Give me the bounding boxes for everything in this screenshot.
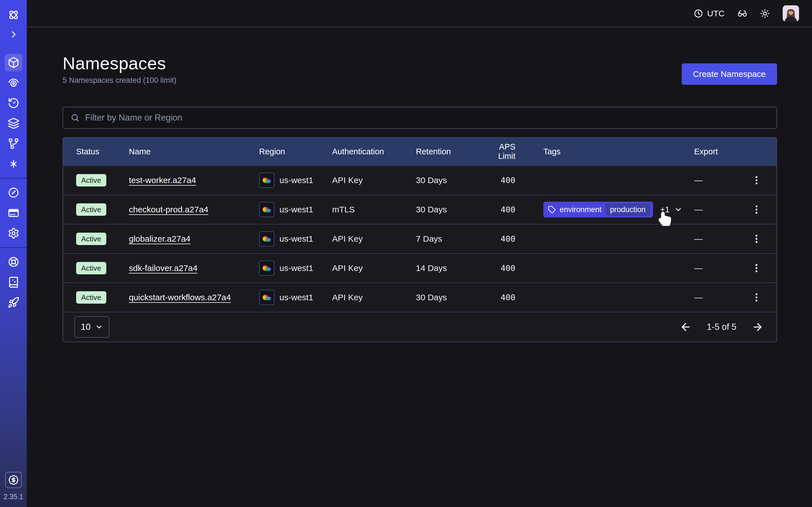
row-menu-button[interactable]	[749, 231, 764, 247]
sidebar-item-deployments[interactable]	[5, 115, 22, 132]
gcp-icon	[259, 173, 274, 188]
theme-toggle-button[interactable]	[760, 9, 770, 18]
name-cell: checkout-prod.a27a4	[129, 205, 259, 214]
region-cell: us-west1	[259, 231, 332, 246]
retention-cell: 14 Days	[416, 263, 480, 273]
gcp-icon	[259, 231, 274, 246]
auth-cell: API Key	[332, 263, 416, 273]
region-label: us-west1	[280, 293, 313, 302]
pagination-range: 1-5 of 5	[707, 322, 737, 332]
kebab-icon	[751, 175, 762, 185]
sidebar-item-schedules[interactable]	[5, 94, 22, 112]
badge-dollar-icon	[8, 474, 19, 485]
sidebar: 2.35.1	[0, 0, 27, 507]
sidebar-divider	[0, 178, 27, 179]
name-cell: globalizer.a27a4	[129, 234, 259, 244]
region-label: us-west1	[280, 234, 313, 244]
namespace-link[interactable]: globalizer.a27a4	[129, 234, 191, 244]
arrow-left-icon	[680, 321, 692, 333]
sidebar-item-nexus[interactable]	[5, 135, 22, 152]
export-cell: —	[694, 234, 737, 244]
row-menu-button[interactable]	[749, 290, 764, 305]
sidebar-item-getting-started[interactable]	[5, 294, 22, 311]
credit-card-icon	[8, 207, 19, 219]
status-cell: Active	[76, 262, 129, 274]
region-cell: us-west1	[259, 202, 332, 217]
status-badge: Active	[76, 174, 106, 186]
namespace-link[interactable]: sdk-failover.a27a4	[129, 263, 198, 273]
sidebar-item-docs[interactable]	[5, 274, 22, 291]
clock-icon	[694, 9, 703, 18]
create-namespace-button[interactable]: Create Namespace	[682, 63, 777, 85]
region-label: us-west1	[280, 175, 313, 185]
branch-nodes-icon	[8, 138, 19, 150]
col-export: Export	[694, 147, 737, 156]
rocket-icon	[8, 297, 19, 308]
chevron-down-icon[interactable]	[674, 205, 682, 214]
status-cell: Active	[76, 174, 129, 186]
namespace-link[interactable]: test-worker.a27a4	[129, 175, 196, 185]
prev-page-button[interactable]	[680, 321, 692, 333]
table-footer: 10 1-5 of 5	[63, 312, 776, 342]
sidebar-item-usage[interactable]	[5, 184, 22, 202]
topbar: UTC	[27, 0, 812, 27]
sidebar-item-support[interactable]	[5, 253, 22, 271]
gcp-icon	[259, 290, 274, 305]
tag-more-count[interactable]: +1	[660, 205, 670, 214]
timezone-label: UTC	[707, 9, 725, 18]
page-size-value: 10	[81, 322, 91, 332]
namespace-link[interactable]: checkout-prod.a27a4	[129, 205, 208, 214]
retention-cell: 30 Days	[416, 293, 480, 302]
reader-mode-button[interactable]	[738, 9, 747, 18]
avatar-image	[783, 5, 799, 22]
row-menu-button[interactable]	[749, 202, 764, 217]
namespace-link[interactable]: quickstart-workflows.a27a4	[129, 293, 231, 302]
sidebar-expand-button[interactable]	[5, 25, 22, 43]
timezone-button[interactable]: UTC	[694, 9, 725, 18]
region-cell: us-west1	[259, 173, 332, 188]
page-title: Namespaces	[63, 53, 176, 73]
table-row: Active globalizer.a27a4 us-west1 API Key	[63, 224, 776, 253]
page-header: Namespaces 5 Namespaces created (100 lim…	[63, 53, 777, 85]
book-sparkles-icon	[8, 276, 19, 288]
retention-cell: 30 Days	[416, 205, 480, 214]
sidebar-item-batch-operations[interactable]	[5, 155, 22, 173]
name-cell: sdk-failover.a27a4	[129, 263, 259, 273]
gcp-icon	[259, 202, 274, 217]
search-input[interactable]	[85, 113, 769, 123]
kebab-icon	[751, 205, 762, 215]
sidebar-item-settings[interactable]	[5, 224, 22, 242]
glasses-icon	[738, 9, 747, 18]
status-cell: Active	[76, 203, 129, 216]
status-cell: Active	[76, 233, 129, 245]
asterisk-icon	[8, 158, 19, 170]
table-row: Active test-worker.a27a4 us-west1 API Ke…	[63, 165, 776, 194]
row-menu-button[interactable]	[749, 260, 764, 276]
kebab-icon	[751, 292, 762, 302]
sidebar-item-billing[interactable]	[5, 204, 22, 222]
col-aps-limit: APS Limit	[480, 142, 515, 161]
name-cell: quickstart-workflows.a27a4	[129, 293, 259, 302]
next-page-button[interactable]	[752, 321, 763, 333]
sidebar-item-insights[interactable]	[5, 74, 22, 92]
sidebar-divider	[0, 247, 27, 248]
aps-cell: 400	[480, 234, 515, 244]
sidebar-item-namespaces[interactable]	[5, 54, 22, 71]
layers-icon	[8, 117, 19, 129]
row-menu-button[interactable]	[749, 172, 764, 188]
actions-cell	[737, 260, 776, 276]
namespace-tag[interactable]: environment production	[543, 202, 653, 217]
page-size-select[interactable]: 10	[74, 316, 109, 338]
tag-group: environment production +1	[543, 202, 682, 217]
temporal-logo[interactable]	[5, 6, 22, 24]
name-cell: test-worker.a27a4	[129, 175, 259, 185]
export-cell: —	[694, 175, 737, 185]
tag-key: environment	[560, 205, 602, 214]
avatar[interactable]	[783, 5, 799, 22]
actions-cell	[737, 290, 776, 305]
export-cell: —	[694, 293, 737, 302]
status-badge: Active	[76, 291, 106, 304]
pricing-button[interactable]	[5, 472, 22, 488]
chevron-right-icon	[9, 30, 18, 39]
col-status: Status	[76, 147, 129, 156]
